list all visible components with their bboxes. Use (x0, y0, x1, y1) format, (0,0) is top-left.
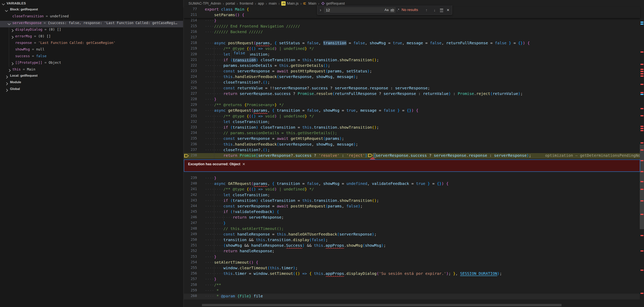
line-number[interactable]: 251 (184, 243, 197, 247)
line-number[interactable]: 240 (184, 181, 197, 185)
breadcrumb-item-sumac-tpi-admin[interactable]: SUMAC-TPI_Admin (188, 1, 221, 5)
code-line-228[interactable]: 228····} (184, 97, 640, 102)
code-line-260[interactable]: 260···· * @param {File} file (184, 294, 640, 299)
line-number[interactable]: 211 (184, 12, 197, 16)
code-line-250[interactable]: 250········transition && this.transition… (184, 238, 640, 243)
chevron-right-icon[interactable] (10, 62, 14, 65)
line-number[interactable]: 217 (184, 35, 197, 39)
line-number[interactable]: 233 (184, 125, 197, 129)
line-number[interactable]: 234 (184, 131, 197, 135)
variable-row-this[interactable]: this = Main (0, 67, 183, 74)
code-line-256[interactable]: 256········this.timer = window.setTimeou… (184, 271, 640, 277)
line-number[interactable]: 225 (184, 80, 197, 84)
line-number[interactable]: 77 (184, 7, 197, 11)
code-line-232[interactable]: 232········let closeTransition; (184, 119, 640, 125)
code-line-230[interactable]: 230····async getRequest(params, { transi… (184, 108, 640, 114)
code-line-240[interactable]: 240····async OATRequest(params, { transi… (184, 181, 640, 187)
match-case-icon[interactable]: Aa (384, 7, 389, 12)
line-number[interactable]: 228 (184, 97, 197, 101)
chevron-right-icon[interactable] (5, 89, 8, 92)
breadcrumb-item-main[interactable]: main (269, 1, 277, 5)
code-line-258[interactable]: 258····/** (184, 283, 640, 288)
line-number[interactable]: 219 (184, 46, 197, 50)
line-number[interactable]: 253 (184, 255, 197, 259)
code-line-259[interactable]: 259···· * (184, 288, 640, 294)
line-number[interactable]: 244 (184, 204, 197, 208)
code-line-220[interactable]: 220········let closeTransition; (184, 52, 640, 58)
code-line-242[interactable]: 242········let closeTransition; (184, 193, 640, 198)
line-number[interactable]: 245 (184, 209, 197, 213)
chevron-right-icon[interactable] (10, 29, 14, 32)
line-number[interactable]: 256 (184, 271, 197, 275)
line-number[interactable]: 246 (184, 215, 197, 219)
previous-match-icon[interactable]: ↑ (424, 7, 429, 13)
variable-row-success[interactable]: success = false (0, 54, 183, 60)
line-number[interactable]: 243 (184, 198, 197, 202)
code-line-218[interactable]: 218····async postRequest(params, { setSt… (184, 41, 640, 46)
code-line-247[interactable]: 247········} (184, 221, 640, 226)
line-number[interactable]: 216 (184, 29, 197, 33)
breadcrumb-item-portal[interactable]: portal (226, 1, 235, 5)
line-number[interactable]: 227 (184, 91, 197, 95)
find-input[interactable] (324, 7, 370, 13)
line-number[interactable]: 230 (184, 108, 197, 112)
line-number[interactable]: 231 (184, 114, 197, 118)
line-number[interactable]: 239 (184, 176, 197, 180)
line-number[interactable]: 220 (184, 52, 197, 56)
line-number[interactable]: 248 (184, 226, 197, 230)
code-line-216[interactable]: 216····////// Backend ////// (184, 29, 640, 35)
code-line-253[interactable]: 253····} (184, 255, 640, 260)
code-line-246[interactable]: 246············return serverResponse; (184, 215, 640, 221)
line-number[interactable]: 255 (184, 266, 197, 270)
variable-row-showmsg[interactable]: showMsg = null (0, 47, 183, 54)
chevron-right-icon[interactable] (8, 69, 11, 72)
line-number[interactable]: 226 (184, 86, 197, 90)
chevron-right-icon[interactable] (10, 36, 14, 39)
vertical-scrollbar[interactable] (640, 144, 644, 229)
code-line-222[interactable]: 222········params.sessionDetails = this.… (184, 63, 640, 69)
code-line-249[interactable]: 249········const handleResponse = this.h… (184, 232, 640, 238)
code-line-227[interactable]: 227········return serverResponse.success… (184, 91, 640, 97)
chevron-right-icon[interactable] (5, 75, 8, 79)
horizontal-scrollbar[interactable] (202, 304, 562, 306)
code-line-257[interactable]: 257····} (184, 277, 640, 282)
code-line-238[interactable]: 238········return Promise[serverResponse… (184, 153, 640, 159)
code-line-226[interactable]: 226········const returnValue = !!serverR… (184, 86, 640, 91)
code-line-219[interactable]: 219········/** @type {(() => void) | und… (184, 46, 640, 52)
code-line-231[interactable]: 231········/** @type {(() => void) | und… (184, 114, 640, 119)
code-line-217[interactable]: 217 (184, 35, 640, 41)
code-line-255[interactable]: 255········window.clearTimeout(this.time… (184, 266, 640, 271)
code-line-215[interactable]: 215····////// End Frontend Navigation //… (184, 24, 640, 29)
code-line-239[interactable]: 239····} (184, 176, 640, 181)
line-number[interactable]: 257 (184, 277, 197, 281)
line-number[interactable]: 260 (184, 294, 197, 298)
line-number[interactable]: 242 (184, 193, 197, 197)
code-editor[interactable]: SUMAC-TPI_Admin›portal›frontend›app›main… (184, 0, 640, 307)
line-number[interactable]: 222 (184, 63, 197, 67)
code-line-251[interactable]: 251········(showMsg && handleResponse.Su… (184, 243, 640, 249)
line-number[interactable]: 237 (184, 148, 197, 152)
scope-row-block-getrequest[interactable]: Block: getRequest (0, 7, 183, 14)
line-number[interactable]: 215 (184, 24, 197, 28)
chevron-right-icon[interactable] (5, 82, 8, 85)
line-number[interactable]: 236 (184, 142, 197, 146)
line-number[interactable]: 252 (184, 249, 197, 253)
whole-word-icon[interactable]: ab (390, 7, 395, 12)
code-line-229[interactable]: 229····/** @returns {Promise<any>} */ (184, 102, 640, 108)
code-line-254[interactable]: 254····setAlertTimeout() { (184, 260, 640, 266)
code-line-236[interactable]: 236········this.handleUserFeedback(serve… (184, 142, 640, 148)
line-number[interactable]: 247 (184, 221, 197, 225)
variable-row-response[interactable]: response = 'Last Function Called: getCas… (0, 41, 183, 47)
chevron-down-icon[interactable] (5, 9, 8, 12)
line-number[interactable]: 218 (184, 41, 197, 45)
line-number[interactable]: 223 (184, 69, 197, 73)
breadcrumb-item-getrequest[interactable]: getRequest (321, 1, 345, 5)
breadcrumb-item-frontend[interactable]: frontend (240, 1, 253, 5)
code-line-243[interactable]: 243········if (transition) closeTransiti… (184, 198, 640, 204)
scope-row-module[interactable]: Module (0, 80, 183, 87)
code-line-235[interactable]: 235········const serverResponse = await … (184, 136, 640, 142)
close-find-icon[interactable]: × (445, 7, 451, 13)
code-line-245[interactable]: 245········if (!validateFeedback) { (184, 209, 640, 215)
variable-row-displaydialog[interactable]: displayDialog = (0) [] (0, 27, 183, 34)
line-number[interactable]: 224 (184, 74, 197, 78)
